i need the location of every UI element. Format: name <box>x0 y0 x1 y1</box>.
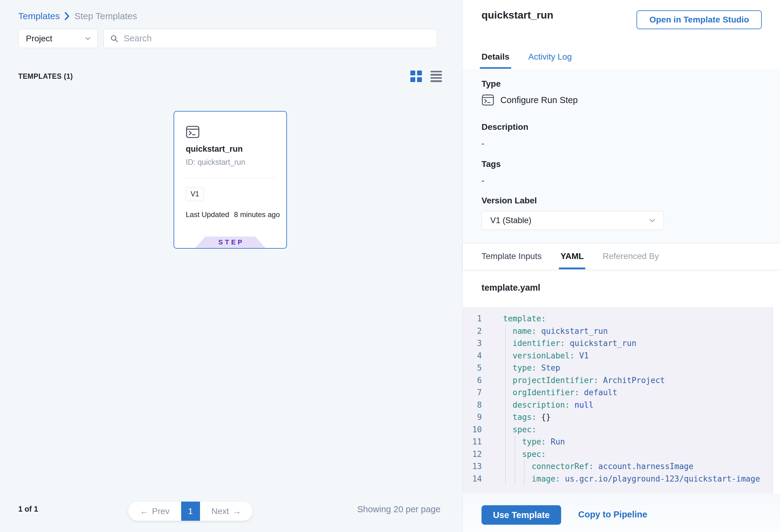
tags-value: - <box>482 176 484 185</box>
yaml-line: 1template: <box>462 312 760 325</box>
card-id: ID: quickstart_run <box>186 158 245 166</box>
yaml-line: 9 tags: {} <box>462 411 760 424</box>
templates-count-heading: TEMPLATES (1) <box>18 72 73 81</box>
version-select-value: V1 (Stable) <box>490 216 531 225</box>
details-tab-bar: Details Activity Log <box>462 45 780 69</box>
yaml-file-header: template.yaml <box>462 269 780 307</box>
tab-referenced-by[interactable]: Referenced By <box>602 243 659 269</box>
yaml-code-editor[interactable]: 1template:2 name: quickstart_run3 identi… <box>462 307 780 493</box>
yaml-lines: 1template:2 name: quickstart_run3 identi… <box>462 312 760 485</box>
step-type-ribbon: STEP <box>195 237 266 248</box>
chevron-down-icon <box>85 37 90 40</box>
scope-select-value: Project <box>26 34 52 44</box>
type-value-row: Configure Run Step <box>482 94 578 106</box>
yaml-line: 7 orgIdentifier: default <box>462 386 760 399</box>
scope-select[interactable]: Project <box>18 29 98 48</box>
breadcrumb-current: Step Templates <box>75 11 137 21</box>
panel-title: quickstart_run <box>482 9 553 21</box>
tags-label: Tags <box>482 159 501 169</box>
yaml-line: 2 name: quickstart_run <box>462 325 760 337</box>
list-controls: Project Search <box>18 29 437 48</box>
open-in-template-studio-button[interactable]: Open in Template Studio <box>637 10 762 29</box>
pagination: ← Prev 1 Next → <box>128 501 253 521</box>
yaml-line: 14 image: us.gcr.io/playground-123/quick… <box>462 473 760 485</box>
yaml-line: 8 description: null <box>462 399 760 411</box>
version-label: Version Label <box>482 196 537 205</box>
tab-template-inputs[interactable]: Template Inputs <box>482 243 542 269</box>
tab-activity-log[interactable]: Activity Log <box>528 45 572 69</box>
page-count: 1 of 1 <box>18 504 38 514</box>
tab-yaml[interactable]: YAML <box>560 243 584 269</box>
version-badge: V1 <box>186 187 204 201</box>
details-section: Type Configure Run Step Description - Ta… <box>462 69 780 243</box>
yaml-line: 11 type: Run <box>462 436 760 448</box>
breadcrumb: Templates Step Templates <box>18 11 137 21</box>
yaml-line: 13 connectorRef: account.harnessImage <box>462 460 760 473</box>
yaml-tab-bar: Template Inputs YAML Referenced By <box>462 243 780 269</box>
prev-arrow-icon: ← <box>140 506 148 516</box>
terminal-icon <box>186 126 200 138</box>
prev-page-button[interactable]: ← Prev <box>128 501 181 521</box>
template-details-panel: quickstart_run Open in Template Studio D… <box>462 0 780 532</box>
chevron-right-icon <box>65 12 69 20</box>
use-template-button[interactable]: Use Template <box>482 505 561 525</box>
yaml-line: 5 type: Step <box>462 362 760 374</box>
copy-to-pipeline-link[interactable]: Copy to Pipeline <box>578 510 647 520</box>
last-updated-value: 8 minutes ago <box>234 210 280 219</box>
description-label: Description <box>482 122 528 132</box>
search-icon <box>110 35 118 43</box>
yaml-line: 4 versionLabel: V1 <box>462 350 760 362</box>
templates-list-panel: Templates Step Templates Project Search … <box>0 0 462 532</box>
panel-footer: Use Template Copy to Pipeline <box>462 493 780 532</box>
breadcrumb-templates-link[interactable]: Templates <box>18 11 60 21</box>
card-title: quickstart_run <box>186 144 243 154</box>
grid-view-icon[interactable] <box>410 70 422 82</box>
current-page-button[interactable]: 1 <box>181 501 200 521</box>
version-select[interactable]: V1 (Stable) <box>482 211 664 230</box>
yaml-line: 6 projectIdentifier: ArchitProject <box>462 374 760 387</box>
card-divider <box>186 178 276 178</box>
list-view-icon[interactable] <box>430 71 442 82</box>
active-tab-underline <box>559 268 586 269</box>
editor-scrollbar[interactable] <box>773 307 780 493</box>
search-placeholder: Search <box>124 34 152 44</box>
next-arrow-icon: → <box>233 506 241 516</box>
view-toggles <box>410 70 442 82</box>
terminal-icon <box>482 94 494 106</box>
yaml-line: 3 identifier: quickstart_run <box>462 337 760 350</box>
description-value: - <box>482 139 484 148</box>
type-value: Configure Run Step <box>500 95 578 105</box>
tab-details[interactable]: Details <box>482 45 509 69</box>
template-card[interactable]: quickstart_run ID: quickstart_run V1 Las… <box>174 111 287 249</box>
yaml-file-name: template.yaml <box>482 283 540 293</box>
yaml-line: 10 spec: <box>462 424 760 436</box>
type-label: Type <box>482 79 501 89</box>
card-last-updated: Last Updated 8 minutes ago <box>186 210 280 219</box>
per-page-label: Showing 20 per page <box>357 504 440 514</box>
chevron-down-icon <box>649 219 655 222</box>
next-page-button[interactable]: Next → <box>200 501 253 521</box>
yaml-line: 12 spec: <box>462 448 760 461</box>
search-input[interactable]: Search <box>103 29 437 48</box>
last-updated-label: Last Updated <box>186 210 229 219</box>
